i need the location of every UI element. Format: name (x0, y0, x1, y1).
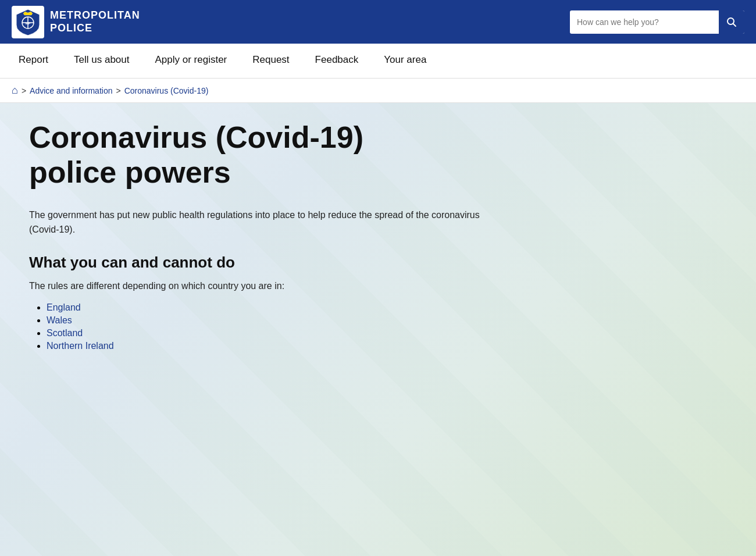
logo-text: METROPOLITAN POLICE (50, 9, 140, 34)
main-content: Coronavirus (Covid-19) police powers The… (0, 103, 756, 556)
breadcrumb-separator-2: > (116, 86, 120, 95)
site-header: MP METROPOLITAN POLICE (0, 0, 756, 44)
list-item: Wales (47, 315, 727, 326)
svg-line-5 (733, 23, 736, 26)
breadcrumb-advice-link[interactable]: Advice and information (30, 86, 112, 95)
breadcrumb: ⌂ > Advice and information > Coronavirus… (0, 79, 756, 103)
search-button[interactable] (719, 10, 744, 34)
breadcrumb-separator-1: > (22, 86, 26, 95)
page-title: Coronavirus (Covid-19) police powers (29, 120, 436, 190)
scotland-link[interactable]: Scotland (47, 328, 83, 338)
nav-item-report[interactable]: Report (6, 44, 61, 78)
section-text: The rules are different depending on whi… (29, 279, 425, 294)
england-link[interactable]: England (47, 302, 81, 312)
list-item: Scotland (47, 328, 727, 338)
logo-badge: MP (12, 6, 44, 38)
search-box (570, 10, 744, 34)
search-icon (726, 17, 737, 27)
nav-item-tell-us-about[interactable]: Tell us about (61, 44, 142, 78)
main-nav: Report Tell us about Apply or register R… (0, 44, 756, 79)
nav-item-feedback[interactable]: Feedback (302, 44, 372, 78)
breadcrumb-current: Coronavirus (Covid-19) (124, 86, 209, 95)
logo-crest-icon: MP (13, 8, 42, 37)
northern-ireland-link[interactable]: Northern Ireland (47, 341, 114, 351)
section-heading: What you can and cannot do (29, 254, 727, 272)
list-item: England (47, 302, 727, 313)
logo-container: MP METROPOLITAN POLICE (12, 6, 140, 38)
svg-text:MP: MP (26, 22, 31, 25)
nav-item-request[interactable]: Request (240, 44, 302, 78)
nav-item-apply-or-register[interactable]: Apply or register (142, 44, 240, 78)
breadcrumb-home-icon[interactable]: ⌂ (12, 84, 18, 97)
nav-item-your-area[interactable]: Your area (371, 44, 439, 78)
intro-paragraph: The government has put new public health… (29, 208, 483, 237)
list-item: Northern Ireland (47, 341, 727, 351)
country-list: England Wales Scotland Northern Ireland (29, 302, 727, 351)
wales-link[interactable]: Wales (47, 315, 72, 325)
search-input[interactable] (570, 13, 719, 31)
